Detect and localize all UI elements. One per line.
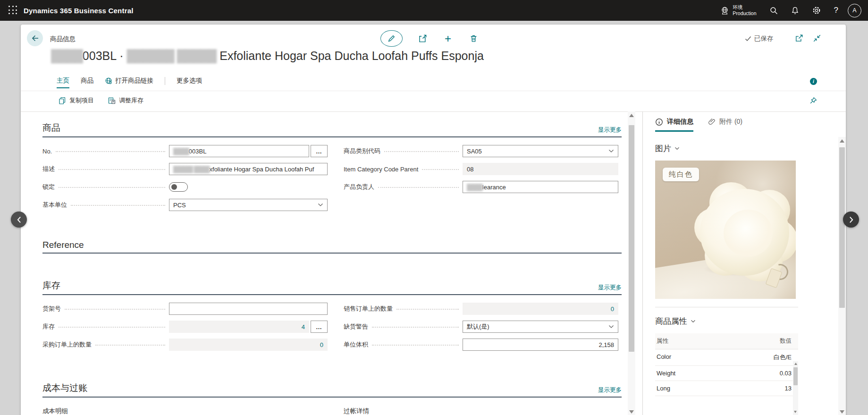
- field-description: 描述 █████ ████xfoliante Hogar Spa Ducha L…: [42, 163, 328, 175]
- field-label: 采购订单上的数量: [42, 340, 92, 349]
- scrollbar-thumb[interactable]: [839, 147, 845, 308]
- table-row[interactable]: Long 13: [655, 381, 798, 396]
- field-product-owner: 产品负责人 ████learance: [344, 181, 618, 193]
- attributes-table-scrollbar[interactable]: [793, 361, 798, 415]
- main-scrollbar[interactable]: [628, 111, 635, 415]
- edit-button[interactable]: [380, 30, 403, 47]
- section-costing-header: 成本与过账 显示更多: [42, 382, 622, 398]
- scroll-down-arrow[interactable]: [840, 410, 844, 414]
- attribute-value: 13: [785, 385, 792, 392]
- unit-volume-input[interactable]: 2,158: [463, 339, 618, 351]
- field-label: 产品负责人: [344, 183, 374, 191]
- dotted-leader: [56, 146, 165, 152]
- tab-more-options[interactable]: 更多选项: [177, 76, 202, 88]
- attributes-section-toggle[interactable]: 商品属性: [655, 316, 799, 327]
- dotted-leader: [396, 304, 459, 310]
- scrollbar-thumb[interactable]: [629, 125, 634, 352]
- next-record-button[interactable]: [843, 212, 859, 228]
- base-uom-select[interactable]: PCS: [169, 199, 328, 211]
- scroll-up-arrow[interactable]: [840, 139, 844, 143]
- redacted-text: ████: [173, 148, 189, 155]
- pin-icon[interactable]: [809, 97, 817, 105]
- settings-icon[interactable]: [806, 0, 827, 21]
- search-icon[interactable]: [763, 0, 784, 21]
- stockout-warning-select[interactable]: 默认(是): [463, 321, 618, 333]
- collapse-icon[interactable]: [813, 34, 821, 42]
- field-qty-sales-order: 销售订单上的数量 0: [344, 303, 618, 315]
- dotted-leader: [65, 304, 165, 310]
- shelf-no-input[interactable]: [169, 303, 328, 315]
- copy-item-action[interactable]: 复制项目: [59, 96, 94, 105]
- picture-section-toggle[interactable]: 图片: [655, 143, 799, 154]
- scroll-down-arrow[interactable]: [794, 411, 797, 413]
- info-icon[interactable]: i: [810, 78, 817, 85]
- show-more-link[interactable]: 显示更多: [598, 386, 622, 394]
- avatar[interactable]: A: [848, 4, 861, 17]
- image-badge: 纯白色: [663, 168, 699, 181]
- tab-open-item-link[interactable]: 打开商品链接: [105, 76, 153, 88]
- previous-record-button[interactable]: [11, 212, 27, 228]
- back-button[interactable]: [27, 30, 43, 46]
- check-icon: [745, 36, 751, 42]
- factbox-tab-details[interactable]: 详细信息: [655, 118, 693, 132]
- field-item-category-parent: Item Category Code Parent 08: [344, 163, 618, 175]
- factbox-tab-attachments[interactable]: 附件 (0): [708, 118, 742, 130]
- select-value: SA05: [467, 148, 482, 155]
- show-more-link[interactable]: 显示更多: [598, 126, 622, 134]
- factbox-scrollbar[interactable]: [838, 137, 846, 415]
- product-image[interactable]: 纯白色: [655, 161, 796, 299]
- globe-link-icon: [105, 77, 112, 85]
- help-icon[interactable]: ?: [827, 0, 845, 21]
- environment-button[interactable]: 环境 Production: [714, 0, 763, 21]
- dotted-leader: [372, 322, 459, 328]
- field-qty-purch-order: 采购订单上的数量 0: [42, 339, 328, 351]
- table-row[interactable]: Weight 0.03: [655, 366, 798, 381]
- column-header: 属性: [657, 337, 668, 345]
- table-row[interactable]: Color 白色/E: [655, 349, 798, 366]
- scroll-up-arrow[interactable]: [629, 114, 634, 117]
- dotted-leader: [422, 164, 459, 170]
- notifications-icon[interactable]: [784, 0, 806, 21]
- field-no: No. ████003BL …: [42, 145, 328, 157]
- redacted-text: ████: [51, 49, 83, 62]
- redacted-text: ██████ █████: [126, 49, 216, 62]
- page-title: ████003BL · ██████ █████ Exfoliante Hoga…: [51, 49, 484, 63]
- scroll-up-arrow[interactable]: [794, 363, 797, 365]
- divider: [655, 307, 798, 307]
- no-input[interactable]: ████003BL: [169, 145, 309, 157]
- no-assist-button[interactable]: …: [311, 145, 328, 157]
- field-label: 销售订单上的数量: [344, 305, 393, 313]
- saved-label: 已保存: [754, 34, 774, 43]
- section-title: Reference: [42, 240, 84, 250]
- item-card-page: 商品信息 + 已保存: [21, 25, 846, 415]
- inventory-assist-button[interactable]: …: [311, 321, 328, 333]
- field-label: 锁定: [42, 183, 55, 191]
- chevron-down-icon: [608, 149, 614, 153]
- scroll-down-arrow[interactable]: [629, 410, 634, 414]
- share-button[interactable]: [417, 33, 428, 44]
- input-value: 003BL: [189, 148, 207, 155]
- adjust-inventory-action[interactable]: 调整库存: [108, 96, 143, 105]
- dotted-leader: [59, 182, 165, 188]
- new-button[interactable]: +: [442, 33, 454, 44]
- dotted-leader: [95, 339, 165, 346]
- section-title: 库存: [42, 279, 60, 292]
- attribute-name: Color: [657, 353, 671, 362]
- scrollbar-thumb[interactable]: [793, 367, 798, 385]
- blocked-toggle[interactable]: [169, 182, 188, 192]
- app-launcher-icon[interactable]: [8, 6, 18, 15]
- dotted-leader: [59, 322, 165, 328]
- app-title: Dynamics 365 Business Central: [24, 7, 134, 15]
- delete-button[interactable]: [468, 33, 479, 44]
- show-more-link[interactable]: 显示更多: [598, 284, 622, 292]
- attributes-table: 属性 数值 Color 白色/E Weight 0.03 Long 13: [655, 333, 798, 396]
- divider: [21, 91, 846, 91]
- tab-home[interactable]: 主页: [57, 76, 69, 88]
- environment-name: Production: [733, 10, 756, 17]
- open-in-new-window-icon[interactable]: [795, 34, 803, 42]
- item-category-select[interactable]: SA05: [463, 145, 618, 157]
- description-input[interactable]: █████ ████xfoliante Hogar Spa Ducha Loof…: [169, 163, 328, 175]
- tab-item[interactable]: 商品: [81, 76, 93, 88]
- product-owner-input[interactable]: ████learance: [463, 181, 618, 193]
- field-label: 基本单位: [42, 201, 67, 209]
